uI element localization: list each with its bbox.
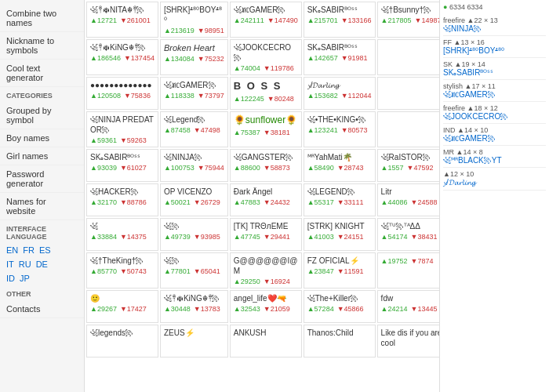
name-cell[interactable]: B O S S▲122245▼80248 xyxy=(230,77,302,110)
name-text: Ðark Ängel xyxy=(234,187,298,197)
name-cell[interactable]: ꧁꧂▲49739▼93985 xyxy=(160,218,228,251)
right-entry-name[interactable]: ꧁ℳℂGAMER꧂ xyxy=(443,134,546,143)
stat-dislikes: ▼24151 xyxy=(337,233,364,241)
name-cell[interactable]: ꧁ℳℂGAMER꧂▲242111▼147490 xyxy=(230,2,302,38)
right-entry-name[interactable]: SKₒSABIRᴮᴼˢˢ xyxy=(443,68,546,77)
name-cell[interactable]: ꧁༒☬NITA☬༒꧂▲12721▼261001 xyxy=(86,2,158,38)
name-cell[interactable]: ꧁NINJA PREDATOR꧂▲59361▼59263 xyxy=(86,111,158,147)
name-cell[interactable]: ▲19752▼7874 xyxy=(377,252,439,289)
name-cell[interactable] xyxy=(377,39,439,75)
name-cell[interactable]: [SHRK]⁴⁸⁰BOY⁴⁸⁰▲213619▼98951 xyxy=(160,2,228,38)
right-entry: IND ▲14 × 10꧁ℳℂGAMER꧂ xyxy=(443,124,546,146)
name-cell[interactable]: G@@@@@@I@M▲29250▼16924 xyxy=(230,252,302,289)
name-cell[interactable]: ꧁†Bsunny†꧂▲217805▼149872 xyxy=(377,2,439,38)
name-cell[interactable]: ꧁ℳℂGAMER꧂▲118338▼73797 xyxy=(160,77,228,110)
name-cell[interactable]: OP VICENZO▲50021▼26729 xyxy=(160,183,228,216)
name-cell[interactable]: ꧁༒☬KiNG☬༒꧂▲186546▼137454 xyxy=(86,39,158,75)
lang-de[interactable]: DE xyxy=(36,260,48,269)
categories-section-title: CATEGORIES xyxy=(0,87,84,102)
right-entry-name[interactable]: ꧁ᴹᴿBLACK꧂YT xyxy=(443,156,546,165)
name-text: FZ OFICIAL⚡ xyxy=(307,256,372,266)
name-cell[interactable]: ꧁꧂▲77801▼65041 xyxy=(160,252,228,289)
right-entry: FF ▲13 × 16[SHRK]⁴⁸⁰BOY⁴⁸⁰ xyxy=(443,36,546,58)
stat-likes: ▲1557 xyxy=(381,164,404,172)
name-cell[interactable]: Like dis if you are cool xyxy=(377,325,439,358)
stat-dislikes: ▼133166 xyxy=(341,16,372,24)
name-cell[interactable]: Broken Heart▲134084▼75232 xyxy=(160,39,228,75)
right-entry-name[interactable]: ꧁NINJA꧂ xyxy=(443,24,546,33)
name-cell[interactable]: Thanos:Child xyxy=(304,325,376,358)
sidebar-item-boy-names[interactable]: Boy names xyxy=(0,129,84,147)
stat-likes: ▲85770 xyxy=(90,267,117,275)
stat-dislikes: ▼24588 xyxy=(411,198,438,206)
name-cell[interactable]: [TK] TRΘлЕМЕ▲47745▼29441 xyxy=(230,218,302,251)
name-stats: ▲55317▼33111 xyxy=(307,198,372,206)
lang-row-2: IT RU DE xyxy=(0,257,84,271)
name-cell[interactable]: ꧁Legend꧂▲87458▼47498 xyxy=(160,111,228,147)
name-cell[interactable]: ꧁NINJA꧂▲100753▼75944 xyxy=(160,149,228,182)
name-cell[interactable]: [STRK] KNIGHT▲41003▼24151 xyxy=(304,218,376,251)
lang-fr[interactable]: FR xyxy=(23,245,35,255)
name-cell[interactable]: ●●●●●●●●●●●●●▲120508▼75836 xyxy=(86,77,158,110)
name-cell[interactable]: ꧁▲33884▼14375 xyxy=(86,218,158,251)
right-entry-name[interactable]: 𝔂/𝓓𝓪𝓻𝓵𝓲𝓷𝓰 xyxy=(443,178,546,187)
lang-jp[interactable]: JP xyxy=(20,274,30,283)
name-cell[interactable]: ꧁•THE•KING•꧂▲123241▼80573 xyxy=(304,111,376,147)
sidebar-item-grouped-by-symbol[interactable]: Grouped by symbol xyxy=(0,102,84,129)
right-top-numbers: ● 6334 6334 xyxy=(443,3,546,11)
name-cell[interactable]: ꧁HACKER꧂▲32170▼88786 xyxy=(86,183,158,216)
sidebar-item-nickname-to-symbols[interactable]: Nickname to symbols xyxy=(0,32,84,60)
name-text: ꧁JOOKCECRO꧂ xyxy=(234,42,298,63)
name-cell[interactable]: angel_life❤️🔫▲32543▼21059 xyxy=(230,290,302,323)
stat-dislikes: ▼21059 xyxy=(264,305,290,313)
lang-it[interactable]: IT xyxy=(6,260,14,269)
name-cell[interactable]: ꧁legends꧂ xyxy=(86,325,158,358)
name-cell[interactable]: FZ OFICIAL⚡▲23847▼11591 xyxy=(304,252,376,289)
name-cell[interactable]: ꧁The+Killer꧂▲57284▼45866 xyxy=(304,290,376,323)
right-entry-name[interactable]: ꧁JOOKCECRO꧂ xyxy=(443,112,546,121)
name-cell[interactable]: SKₒSABIRᴮᴼˢˢ▲142657▼91981 xyxy=(304,39,376,75)
name-cell[interactable]: 🙂▲29267▼17427 xyxy=(86,290,158,323)
name-cell[interactable]: SKₒSABIRᴮᴼˢˢ▲93039▼61027 xyxy=(86,149,158,182)
stat-dislikes: ▼137454 xyxy=(124,54,155,62)
name-cell[interactable]: Litr▲44086▼24588 xyxy=(377,183,439,216)
right-entry: freefire ▲22 × 13꧁NINJA꧂ xyxy=(443,14,546,36)
name-text: ꧁꧂ xyxy=(164,256,224,266)
stat-dislikes: ▼65041 xyxy=(194,267,220,275)
lang-en[interactable]: EN xyxy=(6,245,18,255)
name-cell[interactable]: Ðark Ängel▲47883▼24432 xyxy=(230,183,302,216)
name-cell[interactable]: ᴹᴿYahMati🌴▲58490▼28743 xyxy=(304,149,376,182)
name-cell[interactable]: ANKUSH xyxy=(230,325,302,358)
stat-likes: ▲122245 xyxy=(234,95,264,103)
name-cell[interactable]: 🌻sunflower🌻▲75387▼38181 xyxy=(230,111,302,147)
name-cell[interactable] xyxy=(377,111,439,147)
name-text: ꧁༒☬KiNG☬༒꧂ xyxy=(164,293,224,303)
sidebar-item-password-generator[interactable]: Password generator xyxy=(0,165,84,193)
name-cell[interactable]: SKₒSABIRᴮᴼˢˢ▲215701▼133166 xyxy=(304,2,376,38)
right-entry-label: ▲12 × 10 xyxy=(443,170,546,178)
name-cell[interactable]: 𝔂/𝓓𝓪𝓻𝓵𝓲𝓷𝓰▲153682▼112044 xyxy=(304,77,376,110)
name-cell[interactable]: ZEUS⚡ xyxy=(160,325,228,358)
name-cell[interactable]: ꧁RaISTOR꧂▲1557▼47592 xyxy=(377,149,439,182)
name-cell[interactable]: ꧁GANGSTER꧂▲88600▼58873 xyxy=(230,149,302,182)
name-cell[interactable]: ꧁ᵀᵁ꧂ᵀᴬΔΔ▲54174▼38431 xyxy=(377,218,439,251)
sidebar-item-contacts[interactable]: Contacts xyxy=(0,300,84,318)
name-cell[interactable]: fdw▲24214▼13445 xyxy=(377,290,439,323)
sidebar-item-names-for-website[interactable]: Names for website xyxy=(0,193,84,220)
lang-ru[interactable]: RU xyxy=(19,260,31,269)
name-cell[interactable]: ꧁LEGEND꧂▲55317▼33111 xyxy=(304,183,376,216)
lang-id[interactable]: ID xyxy=(6,274,15,283)
name-cell[interactable]: ꧁†TheKing†꧂▲85770▼50743 xyxy=(86,252,158,289)
sidebar-item-girl-names[interactable]: Girl names xyxy=(0,147,84,165)
sidebar-item-combine-two-names[interactable]: Combine two names xyxy=(0,5,84,32)
right-entry-name[interactable]: [SHRK]⁴⁸⁰BOY⁴⁸⁰ xyxy=(443,46,546,55)
name-cell[interactable]: ꧁༒☬KiNG☬༒꧂▲30448▼13783 xyxy=(160,290,228,323)
name-text: ꧁ᵀᵁ꧂ᵀᴬΔΔ xyxy=(381,221,439,231)
sidebar-item-cool-text-generator[interactable]: Cool text generator xyxy=(0,60,84,87)
name-text: ANKUSH xyxy=(234,328,298,338)
right-entry-name[interactable]: ꧁ℳℂGAMER꧂ xyxy=(443,90,546,99)
name-cell[interactable]: ꧁JOOKCECRO꧂▲74004▼119786 xyxy=(230,39,302,75)
name-cell[interactable] xyxy=(377,77,439,110)
lang-es[interactable]: ES xyxy=(39,245,51,255)
stat-likes: ▲242111 xyxy=(234,16,264,24)
